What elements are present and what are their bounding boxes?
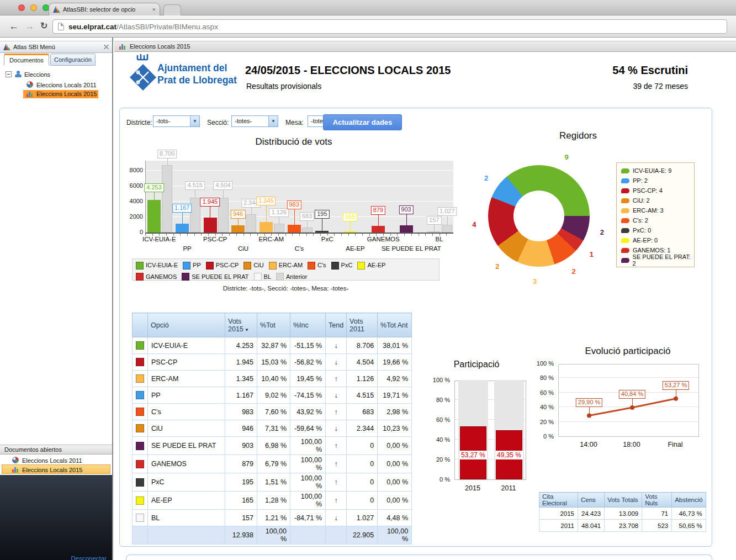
page-icon	[58, 23, 64, 30]
open-doc-eleccions-2011[interactable]: Eleccions Locals 2011	[0, 456, 112, 465]
table-row: PP1.1679,02 %-74,15 %↓4.51519,71 %	[133, 387, 412, 404]
total-cell	[326, 526, 347, 545]
bar-value-label: 195	[315, 210, 329, 219]
tab-documentos[interactable]: Documentos	[4, 54, 49, 66]
table-cell: 1.027	[347, 510, 378, 526]
legend-swoosh-icon	[621, 228, 629, 233]
legend-item: PSC-CP	[206, 261, 239, 270]
table-cell: 0	[347, 473, 378, 492]
donut-seat-label: 2	[495, 262, 499, 270]
atlassbi-favicon	[53, 6, 60, 13]
bar-value-label: 1.167	[172, 204, 192, 213]
column-header: Vots Totals	[605, 493, 642, 508]
scrutiny-percent: 54 % Escrutini	[612, 64, 688, 77]
column-header[interactable]: Vots2015 ▼	[225, 313, 257, 337]
y-axis-label: 80 %	[427, 397, 450, 403]
table-cell: 2,98 %	[378, 404, 412, 420]
x-axis-label: Final	[668, 441, 682, 448]
table-cell: ↑	[326, 404, 347, 420]
table-cell: 50,65 %	[672, 520, 706, 532]
label-connector	[676, 390, 676, 397]
chevron-down-icon[interactable]: ▼	[268, 116, 278, 126]
table-cell: 6,79 %	[257, 455, 290, 473]
tab-close-icon[interactable]: ×	[152, 6, 156, 13]
bar-value-label: 4.253	[144, 183, 164, 192]
legend-swoosh-icon	[621, 178, 629, 183]
tree-item-eleccions-2011[interactable]: Eleccions Locals 2011	[0, 81, 112, 89]
tree-item-eleccions-2015[interactable]: Eleccions Locals 2015	[0, 90, 112, 99]
table-row: 201148.04123.70852350,65 %	[539, 520, 706, 532]
donut-seat-label: 3	[533, 277, 537, 285]
bar-value-label: 165	[343, 213, 357, 221]
table-cell: 23.708	[605, 520, 642, 532]
bar-chart-icon	[27, 91, 34, 97]
open-documents-header: Documentos abiertos	[0, 445, 112, 455]
table-cell: 7,60 %	[257, 404, 290, 420]
districte-select[interactable]: -tots-▼	[153, 115, 200, 127]
bar-value-label: 879	[371, 206, 385, 215]
label-connector	[322, 219, 322, 231]
chevron-down-icon[interactable]: ▼	[190, 116, 199, 126]
column-header[interactable]: Opció	[148, 313, 225, 337]
open-doc-eleccions-2015[interactable]: Eleccions Locals 2015	[0, 465, 112, 474]
table-cell: ↑	[326, 437, 347, 455]
table-cell: 100,00 %	[290, 473, 326, 492]
tab-configuracion[interactable]: Configuración	[50, 54, 96, 66]
bar-anterior-C's	[302, 228, 313, 233]
url-host: seu.elprat.cat	[68, 23, 117, 31]
label-connector	[378, 215, 379, 226]
document-tab-strip[interactable]: Eleccions Locals 2015	[114, 41, 736, 52]
party-swatch	[136, 460, 144, 468]
column-header[interactable]: Vots2011	[347, 313, 378, 337]
column-header[interactable]: %Tot Ant	[378, 313, 412, 337]
bar-2015-PP	[176, 224, 189, 233]
bar-2015-CiU	[231, 225, 245, 233]
tree-node-eleccions[interactable]: Eleccions	[0, 70, 112, 79]
party-swatch	[136, 391, 144, 399]
legend-swoosh-icon	[621, 238, 629, 243]
column-header[interactable]: %Tot	[257, 313, 290, 337]
table-cell: 4,48 %	[378, 510, 412, 526]
update-data-button[interactable]: Actualitzar dades	[323, 114, 402, 130]
legend-swoosh-icon	[621, 218, 629, 223]
close-window-button[interactable]	[18, 4, 25, 11]
column-header[interactable]: %Inc	[290, 313, 326, 337]
label-connector	[447, 216, 448, 225]
pie-chart-icon	[12, 457, 19, 463]
x-axis-label: PSC-CP	[203, 236, 227, 242]
results-table: OpcióVots2015 ▼%Tot%IncTendVots2011%Tot …	[132, 313, 412, 545]
label-connector	[238, 219, 239, 225]
table-cell: 4.515	[347, 387, 378, 404]
table-row: PSC-CP1.94515,03 %-56,82 %↓4.50419,66 %	[133, 354, 412, 371]
seccio-select[interactable]: -totes-▼	[231, 115, 278, 127]
legend-swatch	[136, 273, 144, 281]
table-cell: ↓	[326, 510, 347, 526]
bar-2015-SE PUEDE EL PRAT	[400, 225, 413, 233]
forward-button[interactable]: →	[24, 20, 34, 32]
legend-item: PP	[183, 261, 201, 270]
y-axis-label: 40 %	[427, 436, 450, 443]
table-cell: 10,23 %	[378, 420, 412, 437]
reload-button[interactable]: ↻	[40, 20, 47, 32]
tree-item-label: Eleccions Locals 2011	[36, 82, 97, 88]
participacio-value-label: 53,27 %	[459, 451, 487, 459]
new-tab-button[interactable]	[163, 4, 181, 15]
table-cell: 2.344	[347, 420, 378, 437]
districte-label: Districte:	[126, 119, 152, 126]
browser-tab[interactable]: AtlasSBI: selector de opcio ×	[49, 3, 160, 15]
pin-icon[interactable]: ⛌	[104, 43, 109, 51]
column-header: Cens	[578, 493, 605, 508]
url-bar[interactable]: seu.elprat.cat/AtlasSBI/Private/BIMenu.a…	[52, 19, 727, 34]
tree-item-label: Eleccions Locals 2015	[36, 91, 97, 97]
table-cell: 19,66 %	[378, 354, 412, 371]
legend-item: PxC	[331, 261, 353, 270]
regidors-legend-item: CiU: 2	[621, 196, 694, 205]
party-swatch	[136, 478, 144, 487]
donut-seat-label: 2	[572, 267, 576, 275]
minimize-window-button[interactable]	[30, 4, 37, 11]
table-cell: 2015	[539, 508, 578, 520]
collapse-icon[interactable]	[6, 71, 12, 77]
disconnect-link[interactable]: Desconectar	[71, 555, 107, 560]
column-header[interactable]: Tend	[326, 313, 347, 337]
back-button[interactable]: ←	[9, 20, 19, 32]
